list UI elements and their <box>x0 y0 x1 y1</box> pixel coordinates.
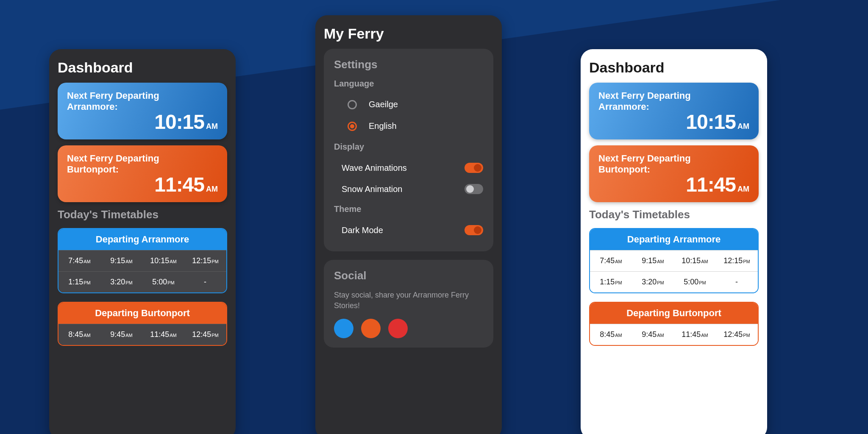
time-cell: 3:20PM <box>100 272 142 292</box>
table-row: 1:15PM3:20PM5:00PM- <box>590 271 758 292</box>
table-row: 8:45AM9:45AM11:45AM12:45PM <box>58 324 226 345</box>
social-panel: Social Stay social, share your Arranmore… <box>324 260 493 348</box>
table-row: 7:45AM9:15AM10:15AM12:15PM <box>590 250 758 271</box>
time-cell: 11:45AM <box>142 324 184 345</box>
table-row: 1:15PM3:20PM5:00PM- <box>58 271 226 292</box>
time-cell: 5:00PM <box>674 272 716 292</box>
table-row: 8:45AM9:45AM11:45AM12:45PM <box>590 324 758 345</box>
dashboard-light-phone: Dashboard Next Ferry Departing Arranmore… <box>581 49 767 434</box>
youtube-icon[interactable] <box>388 319 408 338</box>
timetable-burtonport: Departing Burtonport 8:45AM9:45AM11:45AM… <box>58 302 227 346</box>
timetable-arranmore: Departing Arranmore 7:45AM9:15AM10:15AM1… <box>589 228 759 293</box>
dashboard-dark-phone: Dashboard Next Ferry Departing Arranmore… <box>49 49 236 434</box>
time-cell: 1:15PM <box>590 272 632 292</box>
language-option-english[interactable]: English <box>334 117 483 139</box>
time-cell: 3:20PM <box>632 272 674 292</box>
next-ferry-label: Next Ferry Departing Burtonport: <box>598 153 709 175</box>
radio-icon <box>348 100 357 109</box>
next-ferry-arranmore-card[interactable]: Next Ferry Departing Arranmore: 10:15AM <box>589 83 759 139</box>
timetable-burtonport: Departing Burtonport 8:45AM9:45AM11:45AM… <box>589 302 759 346</box>
page-title: Dashboard <box>58 59 227 76</box>
time-cell: - <box>184 272 226 292</box>
social-heading: Social <box>334 269 483 282</box>
time-cell: 9:15AM <box>632 250 674 271</box>
timetable-header: Departing Burtonport <box>590 303 758 324</box>
timetable-header: Departing Arranmore <box>58 229 226 250</box>
toggle-wave-animations[interactable]: Wave Animations <box>334 159 483 180</box>
time-cell: 10:15AM <box>142 250 184 271</box>
next-ferry-burtonport-card[interactable]: Next Ferry Departing Burtonport: 11:45AM <box>589 145 759 202</box>
time-cell: 9:15AM <box>100 250 142 271</box>
toggle-snow-animation[interactable]: Snow Animation <box>334 180 483 201</box>
facebook-icon[interactable] <box>334 319 353 338</box>
table-row: 7:45AM9:15AM10:15AM12:15PM <box>58 250 226 271</box>
toggle-dark-mode[interactable]: Dark Mode <box>334 221 483 242</box>
next-ferry-label: Next Ferry Departing Burtonport: <box>67 153 177 175</box>
toggle-icon <box>465 225 483 235</box>
next-ferry-time: 11:45AM <box>598 173 749 196</box>
instagram-icon[interactable] <box>361 319 381 338</box>
next-ferry-time: 11:45AM <box>67 173 218 196</box>
settings-phone: My Ferry Settings Language Gaeilge Engli… <box>315 15 502 434</box>
time-cell: 9:45AM <box>632 324 674 345</box>
next-ferry-time: 10:15AM <box>67 110 218 134</box>
time-cell: 7:45AM <box>590 250 632 271</box>
next-ferry-label: Next Ferry Departing Arranmore: <box>67 90 177 113</box>
next-ferry-arranmore-card[interactable]: Next Ferry Departing Arranmore: 10:15AM <box>58 83 227 139</box>
timetable-header: Departing Arranmore <box>590 229 758 250</box>
time-cell: 10:15AM <box>674 250 716 271</box>
timetable-arranmore: Departing Arranmore 7:45AM9:15AM10:15AM1… <box>58 228 227 293</box>
time-cell: 8:45AM <box>590 324 632 345</box>
today-timetables-heading: Today's Timetables <box>58 208 227 221</box>
time-cell: 7:45AM <box>58 250 100 271</box>
timetable-header: Departing Burtonport <box>58 303 226 324</box>
time-cell: 1:15PM <box>58 272 100 292</box>
next-ferry-label: Next Ferry Departing Arranmore: <box>598 90 709 113</box>
radio-icon <box>348 122 357 131</box>
next-ferry-time: 10:15AM <box>598 110 749 134</box>
language-section-label: Language <box>334 79 483 89</box>
time-cell: 12:15PM <box>716 250 758 271</box>
time-cell: 5:00PM <box>142 272 184 292</box>
page-title: Dashboard <box>589 59 759 76</box>
settings-panel: Settings Language Gaeilge English Displa… <box>324 49 493 251</box>
display-section-label: Display <box>334 142 483 152</box>
settings-heading: Settings <box>334 58 483 71</box>
time-cell: 11:45AM <box>674 324 716 345</box>
time-cell: 9:45AM <box>100 324 142 345</box>
theme-section-label: Theme <box>334 204 483 214</box>
time-cell: 12:15PM <box>184 250 226 271</box>
time-cell: 12:45PM <box>184 324 226 345</box>
time-cell: - <box>716 272 758 292</box>
language-option-gaeilge[interactable]: Gaeilge <box>334 95 483 117</box>
social-description: Stay social, share your Arranmore Ferry … <box>334 290 483 311</box>
today-timetables-heading: Today's Timetables <box>589 208 759 221</box>
toggle-icon <box>465 184 483 194</box>
toggle-icon <box>465 163 483 173</box>
page-title: My Ferry <box>324 25 493 42</box>
time-cell: 8:45AM <box>58 324 100 345</box>
next-ferry-burtonport-card[interactable]: Next Ferry Departing Burtonport: 11:45AM <box>58 145 227 202</box>
time-cell: 12:45PM <box>716 324 758 345</box>
